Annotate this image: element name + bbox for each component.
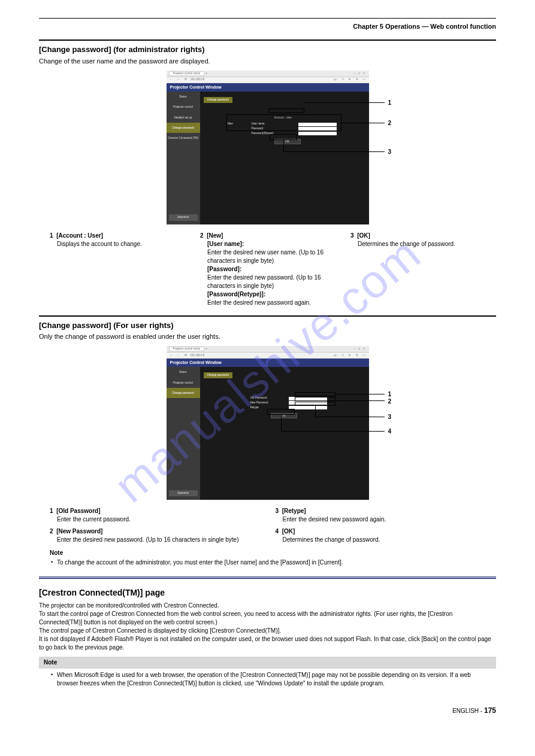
sidebar-2: Status Projector control Change password… (167, 367, 200, 500)
pcw-body: Status Projector control Detailed set up… (167, 92, 369, 224)
browser-tab-2[interactable]: Projector control windo (169, 347, 205, 351)
refresh-icon[interactable]: ⟳ (183, 78, 188, 81)
note-icon[interactable]: ✎ (355, 78, 359, 81)
change-password-button-2[interactable]: Change password (204, 372, 232, 378)
sidebar-item-status[interactable]: Status (167, 92, 200, 102)
ok-button-2[interactable]: OK (271, 413, 297, 418)
maximize-icon[interactable]: □ (357, 72, 362, 75)
footer-text: ENGLISH - (452, 708, 484, 714)
header-row: Chapter 5 Operations — Web control funct… (39, 22, 496, 31)
minimize-icon-2[interactable]: – (352, 347, 357, 351)
exp2-col-right: 3 [Retype] Enter the desired new passwor… (276, 507, 486, 544)
document-page: manualshive.com Chapter 5 Operations — W… (0, 0, 535, 740)
more-icon[interactable]: ⋯ (362, 78, 367, 81)
star-icon-2[interactable]: ☆ (340, 354, 345, 357)
browser-titlebar: Projector control windo + – □ × (167, 71, 369, 77)
browser-titlebar-2: Projector control windo + – □ × (167, 346, 369, 353)
new-tab-icon-2[interactable]: + (205, 347, 207, 351)
explanation-1: 1 [Account : User] Displays the account … (50, 232, 485, 307)
password-input[interactable] (298, 127, 337, 130)
japanese-button[interactable]: Japanese (169, 214, 198, 220)
crestron-desc: The projector can be monitored/controlle… (39, 602, 496, 652)
ok-button[interactable]: OK (274, 139, 301, 144)
browser-addressbar: ← → ⟳ 192.168.0.8 ▭ ☆ ≡ ✎ ⋯ (167, 77, 369, 83)
callout2-4: 4 (388, 427, 392, 436)
sidebar-item-detailed-setup[interactable]: Detailed set up (167, 113, 200, 123)
double-rule (39, 576, 496, 579)
section2-title: [Change password] (For user rights) (39, 320, 496, 331)
exp1-col-right: 3 [OK] Determines the change of password… (350, 232, 485, 307)
minimize-icon[interactable]: – (352, 72, 357, 75)
back-icon[interactable]: ← (169, 78, 174, 81)
retype-input[interactable] (289, 406, 327, 409)
forward-icon-2[interactable]: → (176, 354, 181, 357)
note-block-2: When Microsoft Edge is used for a web br… (50, 671, 485, 688)
close-icon[interactable]: × (362, 72, 367, 75)
sidebar-item-change-password-2[interactable]: Change password (167, 388, 200, 398)
refresh-icon-2[interactable]: ⟳ (183, 354, 188, 357)
new-label: New (228, 122, 252, 126)
callout2-2: 2 (388, 397, 392, 406)
star-icon[interactable]: ☆ (340, 78, 345, 81)
screenshot-2-wrap: Projector control windo + – □ × ← → ⟳ 19… (39, 346, 496, 500)
exp2-col-left: 1 [Old Password] Enter the current passw… (50, 507, 260, 544)
callout-3: 3 (388, 148, 392, 156)
maximize-icon-2[interactable]: □ (357, 347, 362, 351)
retype-label: Retype (250, 406, 289, 409)
new-tab-icon[interactable]: + (205, 72, 207, 75)
note-icon-2[interactable]: ✎ (355, 354, 359, 357)
exp1-col-mid: 2 [New] [User name]: Enter the desired n… (200, 232, 335, 307)
note1-item: To change the account of the administrat… (50, 558, 485, 567)
note-bar: Note (39, 657, 496, 669)
username-label: User name (252, 122, 298, 126)
japanese-button-2[interactable]: Japanese (169, 490, 198, 496)
url-field-2[interactable]: 192.168.0.8 (191, 354, 331, 357)
pcw-header-2: Projector Control Window (167, 359, 369, 367)
close-icon-2[interactable]: × (362, 347, 367, 351)
explanation-2: 1 [Old Password] Enter the current passw… (50, 507, 485, 544)
sidebar-item-status-2[interactable]: Status (167, 367, 200, 377)
hub-icon-2[interactable]: ≡ (347, 354, 352, 357)
forward-icon[interactable]: → (176, 78, 181, 81)
sidebar-item-projector-control[interactable]: Projector control (167, 102, 200, 112)
browser-addressbar-2: ← → ⟳ 192.168.0.8 ▭ ☆ ≡ ✎ ⋯ (167, 353, 369, 359)
username-input[interactable] (298, 123, 337, 126)
reading-icon[interactable]: ▭ (333, 78, 338, 81)
sidebar-item-crestron[interactable]: Crestron Connected (TM) (167, 133, 200, 143)
callout-2: 2 (388, 119, 392, 127)
screenshot-2: Projector control windo + – □ × ← → ⟳ 19… (167, 346, 369, 500)
back-icon-2[interactable]: ← (169, 354, 174, 357)
pcw-body-2: Status Projector control Change password… (167, 367, 369, 500)
section1-sub: Change of the user name and the password… (39, 57, 496, 66)
browser-tab[interactable]: Projector control windo (169, 71, 205, 76)
sidebar: Status Projector control Detailed set up… (167, 92, 200, 224)
screenshot-1-wrap: Projector control windo + – □ × ← → ⟳ 19… (39, 71, 496, 224)
old-password-label: Old Password (250, 396, 289, 400)
callout-1: 1 (388, 99, 392, 107)
url-field[interactable]: 192.168.0.8 (191, 78, 331, 81)
reading-icon-2[interactable]: ▭ (333, 354, 338, 357)
old-password-input[interactable] (289, 397, 327, 400)
crestron-title: [Crestron Connected(TM)] page (39, 587, 496, 599)
section2-sub: Only the change of password is enabled u… (39, 332, 496, 341)
sidebar-item-projector-control-2[interactable]: Projector control (167, 378, 200, 388)
footer: ENGLISH - 175 (39, 706, 496, 716)
section1-title: [Change password] (for administrator rig… (39, 44, 496, 55)
sidebar-item-change-password[interactable]: Change password (167, 123, 200, 133)
new-password-input[interactable] (289, 401, 327, 405)
change-password-button[interactable]: Change password (204, 97, 232, 103)
hub-icon[interactable]: ≡ (347, 78, 352, 81)
note-block-1: Note To change the account of the admini… (50, 549, 485, 567)
password-retype-input[interactable] (298, 132, 337, 135)
page-number: 175 (484, 706, 496, 715)
section-rule (39, 40, 496, 41)
chapter-ref: Chapter 5 Operations — Web control funct… (353, 22, 496, 31)
new-password-label: New Password (250, 401, 289, 405)
more-icon-2[interactable]: ⋯ (362, 354, 367, 357)
screenshot-1: Projector control windo + – □ × ← → ⟳ 19… (167, 71, 369, 224)
pcw-main: Change password Account : User New User … (200, 92, 369, 224)
exp1-col-left: 1 [Account : User] Displays the account … (50, 232, 185, 307)
password-retype-label: Password(Retype) (252, 132, 298, 135)
callout2-3: 3 (388, 413, 392, 421)
password-label: Password (252, 127, 298, 130)
